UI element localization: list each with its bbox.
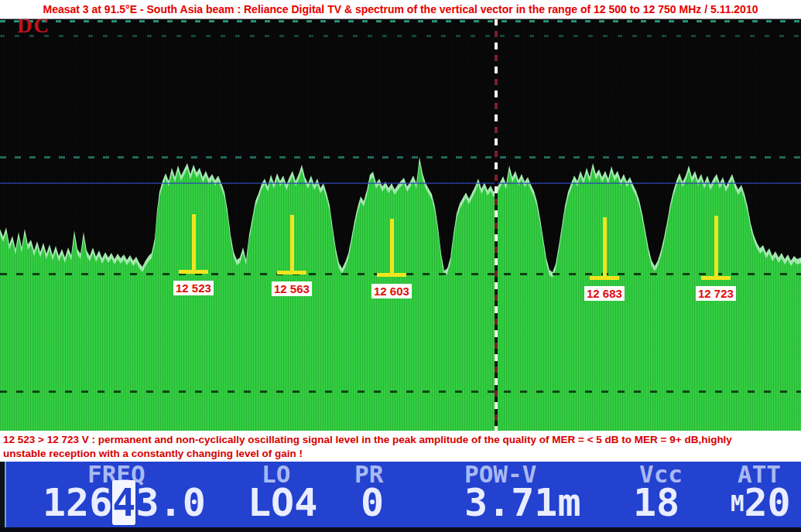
title-bar: Measat 3 at 91.5°E - South Asia beam : R… xyxy=(0,0,801,19)
annotation-line-1: 12 523 > 12 723 V : permanent and non-cy… xyxy=(3,433,801,447)
marker-label: 12 683 xyxy=(584,286,625,301)
status-bar: FREQ12643.0LOLO4PR0POW-V3.71mVcc18ATTM20 xyxy=(0,462,801,532)
marker-base xyxy=(277,271,306,275)
marker-label: 12 523 xyxy=(173,281,214,295)
marker-label: 12 563 xyxy=(272,281,312,296)
marker-base xyxy=(179,270,208,274)
marker-label: 12 603 xyxy=(371,284,412,298)
meter-screen: Measat 3 at 91.5°E - South Asia beam : R… xyxy=(0,0,801,532)
marker-line xyxy=(390,219,394,273)
field-value-att: M20 xyxy=(731,483,791,523)
screen-edge-highlight xyxy=(5,462,6,532)
reference-level-line xyxy=(0,182,801,184)
field-value-freq[interactable]: 12643.0 xyxy=(43,483,206,523)
spectrum-display: DC 12 52312 56312 60312 68312 723 xyxy=(0,19,801,431)
marker-line xyxy=(714,216,718,276)
attenuation-mode-prefix: M xyxy=(731,490,744,517)
graticule-line xyxy=(0,35,801,37)
graticule-line xyxy=(0,390,801,393)
marker-line xyxy=(603,217,607,276)
marker-line xyxy=(192,214,196,270)
annotation-line-2: unstable reception with a constantly cha… xyxy=(3,447,801,461)
spectrum-trace xyxy=(0,19,801,431)
marker-base xyxy=(377,273,406,277)
page-title: Measat 3 at 91.5°E - South Asia beam : R… xyxy=(43,3,758,15)
marker-base xyxy=(701,276,731,280)
graticule-line xyxy=(0,20,801,22)
marker-line xyxy=(290,215,294,271)
center-frequency-marker xyxy=(495,19,498,431)
marker-label: 12 723 xyxy=(696,286,736,301)
field-value-pow-v: 3.71m xyxy=(464,483,581,523)
field-value-lo: LO4 xyxy=(248,483,317,523)
edit-cursor[interactable]: 4 xyxy=(112,480,135,525)
field-value-vcc: 18 xyxy=(633,483,679,523)
marker-base xyxy=(590,276,619,280)
graticule-line xyxy=(0,156,801,159)
annotation-bar: 12 523 > 12 723 V : permanent and non-cy… xyxy=(0,431,801,462)
dc-overlay-text: DC xyxy=(17,19,50,38)
field-value-pr: 0 xyxy=(361,483,384,523)
